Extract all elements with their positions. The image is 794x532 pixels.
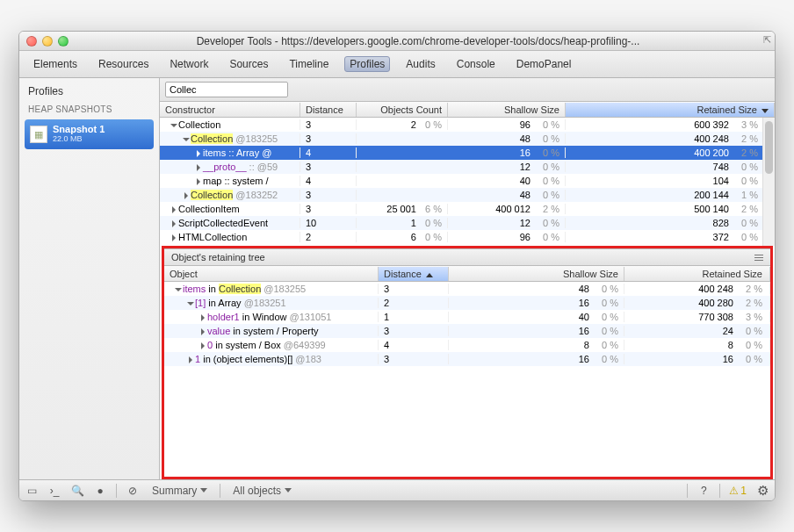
table-row[interactable]: value in system / Property316 0 %24 0 % (164, 324, 770, 338)
retaining-tree-title: Object's retaining tree (164, 248, 770, 266)
constructors-table: Constructor Distance Objects Count Shall… (160, 102, 775, 246)
settings-gear-icon[interactable]: ⚙ (755, 484, 769, 498)
retaining-header[interactable]: Object Distance Shallow Size Retained Si… (164, 266, 770, 282)
class-filter-bar (160, 78, 775, 102)
tab-timeline[interactable]: Timeline (284, 56, 334, 72)
tab-sources[interactable]: Sources (224, 56, 273, 72)
disclosure-triangle-icon[interactable] (175, 288, 182, 291)
table-row[interactable]: CollectionItem325 001 6 %400 012 2 %500 … (160, 202, 775, 216)
sort-desc-icon (762, 109, 769, 113)
table-row[interactable]: [1] in Array @183251216 0 %400 280 2 % (164, 296, 770, 310)
disclosure-triangle-icon[interactable] (197, 164, 200, 171)
disclosure-triangle-icon[interactable] (201, 342, 205, 349)
disclosure-triangle-icon[interactable] (197, 150, 200, 157)
col-distance[interactable]: Distance (300, 103, 357, 117)
class-filter-input[interactable] (165, 82, 288, 97)
tab-elements[interactable]: Elements (28, 56, 83, 72)
tab-profiles[interactable]: Profiles (344, 56, 390, 72)
disclosure-triangle-icon[interactable] (172, 220, 176, 227)
separator (116, 484, 117, 498)
zoom-window-button[interactable] (58, 36, 69, 47)
console-toggle-icon[interactable]: ›_ (47, 484, 61, 498)
tab-network[interactable]: Network (164, 56, 213, 72)
popout-icon[interactable]: ⇱ (763, 34, 771, 46)
col-object[interactable]: Object (164, 267, 379, 281)
devtools-window: Developer Tools - https://developers.goo… (18, 31, 776, 501)
col-objects-count[interactable]: Objects Count (357, 103, 448, 117)
panel-tabs: Elements Resources Network Sources Timel… (19, 51, 775, 78)
tab-console[interactable]: Console (451, 56, 501, 72)
separator (719, 484, 720, 498)
tab-audits[interactable]: Audits (401, 56, 440, 72)
col-shallow-2[interactable]: Shallow Size (449, 267, 624, 281)
sidebar-title: Profiles (19, 78, 159, 101)
disclosure-triangle-icon[interactable] (201, 328, 205, 335)
constructors-scrollbar[interactable] (762, 118, 775, 246)
table-row[interactable]: Collection32 0 %96 0 %600 392 3 % (160, 118, 775, 132)
window-controls (26, 36, 69, 47)
disclosure-triangle-icon[interactable] (189, 356, 192, 363)
minimize-window-button[interactable] (42, 36, 53, 47)
titlebar: Developer Tools - https://developers.goo… (19, 32, 775, 51)
table-row[interactable]: HTMLCollection26 0 %96 0 %372 0 % (160, 230, 775, 244)
filter-select[interactable]: All objects (229, 485, 295, 497)
table-row[interactable]: map :: system / 440 0 %104 0 % (160, 174, 775, 188)
warnings-count[interactable]: ⚠1 (729, 485, 747, 497)
table-row[interactable]: Collection @183252348 0 %200 144 1 % (160, 188, 775, 202)
disclosure-triangle-icon[interactable] (170, 124, 177, 127)
snapshot-text: Snapshot 1 22.0 MB (53, 125, 105, 144)
col-retained-2[interactable]: Retained Size (624, 267, 770, 281)
retaining-rows: items in Collection @183255348 0 %400 24… (164, 282, 770, 477)
col-distance-2[interactable]: Distance (379, 267, 449, 281)
dock-icon[interactable]: ▭ (25, 484, 39, 498)
table-row[interactable]: 1 in (object elements)[] @183316 0 %16 0… (164, 352, 770, 366)
scrollbar-thumb[interactable] (765, 121, 773, 174)
table-row[interactable]: holder1 in Window @131051140 0 %770 308 … (164, 310, 770, 324)
view-select[interactable]: Summary (148, 485, 211, 497)
main-panel: Constructor Distance Objects Count Shall… (160, 78, 775, 479)
disclosure-triangle-icon[interactable] (201, 314, 205, 321)
disclosure-triangle-icon[interactable] (172, 234, 176, 241)
clear-icon[interactable]: ⊘ (126, 484, 140, 498)
disclosure-triangle-icon[interactable] (187, 302, 194, 306)
retaining-tree-panel: Object's retaining tree Object Distance … (162, 246, 773, 479)
tab-demopanel[interactable]: DemoPanel (511, 56, 577, 72)
tab-resources[interactable]: Resources (93, 56, 154, 72)
close-window-button[interactable] (26, 36, 37, 47)
pane-menu-icon[interactable] (754, 255, 763, 261)
window-title: Developer Tools - https://developers.goo… (69, 35, 768, 47)
disclosure-triangle-icon[interactable] (197, 178, 200, 185)
snapshot-name: Snapshot 1 (53, 125, 105, 134)
col-shallow-size[interactable]: Shallow Size (448, 103, 566, 117)
record-icon[interactable]: ● (93, 484, 107, 498)
status-bar: ▭ ›_ 🔍 ● ⊘ Summary All objects ? ⚠1 ⚙ (19, 479, 775, 500)
content: Profiles HEAP SNAPSHOTS ▦ Snapshot 1 22.… (19, 78, 775, 479)
disclosure-triangle-icon[interactable] (172, 206, 176, 213)
disclosure-triangle-icon[interactable] (183, 138, 190, 141)
col-constructor[interactable]: Constructor (160, 103, 300, 117)
sidebar-section-heap: HEAP SNAPSHOTS (19, 101, 159, 116)
col-retained-size[interactable]: Retained Size (566, 103, 775, 117)
table-row[interactable]: 0 in system / Box @64939948 0 %8 0 % (164, 338, 770, 352)
search-icon[interactable]: 🔍 (70, 484, 84, 498)
constructors-rows: Collection32 0 %96 0 %600 392 3 %Collect… (160, 118, 775, 244)
help-button[interactable]: ? (697, 484, 711, 498)
table-row[interactable]: items in Collection @183255348 0 %400 24… (164, 282, 770, 296)
separator (220, 484, 220, 498)
sort-asc-icon (426, 273, 433, 277)
separator (687, 484, 688, 498)
disclosure-triangle-icon[interactable] (184, 192, 188, 199)
table-row[interactable]: items :: Array @416 0 %400 200 2 % (160, 146, 775, 160)
snapshot-item[interactable]: ▦ Snapshot 1 22.0 MB (25, 119, 154, 149)
table-row[interactable]: ScriptCollectedEvent101 0 %12 0 %828 0 % (160, 216, 775, 230)
profiles-sidebar: Profiles HEAP SNAPSHOTS ▦ Snapshot 1 22.… (19, 78, 160, 479)
table-row[interactable]: Collection @183255348 0 %400 248 2 % (160, 132, 775, 146)
snapshot-size: 22.0 MB (53, 134, 105, 144)
constructors-header[interactable]: Constructor Distance Objects Count Shall… (160, 102, 775, 118)
table-row[interactable]: __proto__ :: @59312 0 %748 0 % (160, 160, 775, 174)
retaining-table: Object Distance Shallow Size Retained Si… (164, 266, 770, 477)
snapshot-icon: ▦ (30, 126, 47, 143)
